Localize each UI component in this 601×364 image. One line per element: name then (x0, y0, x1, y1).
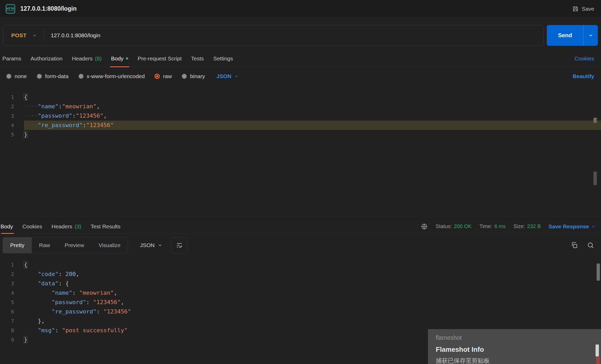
line-number: 5 (0, 298, 14, 307)
body-language-select[interactable]: JSON (217, 73, 239, 79)
view-preview[interactable]: Preview (57, 237, 91, 253)
token-sp (24, 271, 38, 277)
code-text: ····"name":"meowrian", (14, 102, 100, 111)
line-number: 1 (0, 92, 14, 102)
response-view-switcher: Pretty Raw Preview Visualize (3, 237, 128, 253)
response-meta: Status: 200 OK Time: 6 ms Size: 232 B Sa… (421, 219, 596, 234)
tab-tests[interactable]: Tests (186, 50, 208, 67)
request-body-editor[interactable]: 1{2····"name":"meowrian",3····"password"… (0, 92, 601, 219)
code-line: 5 "password": "123456", (0, 298, 601, 307)
code-text: { (14, 92, 27, 102)
overlay-scrollbar[interactable] (596, 344, 599, 356)
copy-icon[interactable] (571, 242, 578, 249)
request-title: 127.0.0.1:8080/login (20, 5, 77, 12)
token-sp (24, 299, 52, 305)
code-line: 1{ (0, 92, 601, 102)
mode-none[interactable]: none (6, 73, 27, 79)
save-response-button[interactable]: Save Response (549, 223, 596, 230)
cookies-link[interactable]: Cookies (574, 50, 594, 67)
save-icon (572, 6, 579, 12)
token-sp (24, 290, 52, 296)
view-pretty[interactable]: Pretty (3, 237, 32, 253)
save-button[interactable]: Save (572, 6, 594, 12)
line-number: 2 (0, 269, 14, 279)
request-editor-lines: 1{2····"name":"meowrian",3····"password"… (0, 92, 601, 139)
line-number: 3 (0, 111, 14, 121)
url-input[interactable]: 127.0.0.1:8080/login (51, 32, 100, 39)
network-globe-icon[interactable] (421, 223, 428, 230)
token-key: "code" (38, 271, 58, 277)
tab-params[interactable]: Params (0, 50, 26, 67)
response-tab-cookies[interactable]: Cookies (18, 219, 47, 234)
token-str: "123456" (86, 122, 114, 128)
url-box: POST 127.0.0.1:8080/login (3, 25, 544, 46)
code-line: 2····"name":"meowrian", (0, 102, 601, 111)
flameshot-app-title: flameshot (436, 334, 601, 341)
code-text: ····"re_password":"123456" (14, 121, 114, 130)
beautify-link[interactable]: Beautify (573, 73, 594, 79)
token-punc: : (83, 122, 86, 128)
token-punc: , (96, 103, 100, 110)
token-key: "data" (38, 280, 58, 287)
response-toolbar: Pretty Raw Preview Visualize JSON (3, 237, 594, 253)
code-text: "name": "meowrian", (14, 288, 117, 298)
mode-raw[interactable]: raw (155, 73, 172, 79)
token-ws: ···· (24, 103, 38, 110)
token-str: "meowrian" (62, 103, 96, 110)
topbar: HTTP 127.0.0.1:8080/login Save (0, 0, 601, 18)
notification-title: Flameshot Info (436, 346, 601, 354)
code-line: 5} (0, 130, 601, 139)
response-tab-test-results[interactable]: Test Results (86, 219, 125, 234)
view-raw[interactable]: Raw (32, 237, 57, 253)
code-line: 6 "re_password": "123456" (0, 307, 601, 316)
token-punc: : (72, 290, 79, 296)
view-visualize[interactable]: Visualize (91, 237, 128, 253)
response-actions (571, 242, 594, 249)
code-text: } (14, 335, 27, 344)
tab-headers[interactable]: Headers (8) (67, 50, 106, 67)
time-value: 6 ms (494, 223, 506, 229)
token-str: "123456" (76, 112, 103, 119)
http-badge-label: HTTP (7, 7, 15, 11)
response-language-select[interactable]: JSON (140, 242, 162, 248)
token-sp (24, 280, 38, 287)
token-str: "meowrian" (79, 290, 114, 296)
token-brace: } (24, 131, 27, 138)
scrollbar-red-mark (596, 357, 600, 364)
line-number: 1 (0, 260, 14, 269)
tab-pre-request-script[interactable]: Pre-request Script (133, 50, 186, 67)
token-punc: }, (38, 318, 45, 324)
method-selector[interactable]: POST (3, 32, 32, 39)
response-editor-scrollbar[interactable] (597, 263, 600, 281)
search-icon[interactable] (587, 242, 594, 249)
response-tabs: Body Cookies Headers (3) Test Results St… (0, 219, 601, 234)
code-text: } (14, 130, 27, 139)
code-line: 2 "code": 200, (0, 269, 601, 279)
code-line: 4····"re_password":"123456" (0, 121, 601, 130)
token-punc: , (114, 290, 117, 296)
token-key: "re_password" (52, 308, 96, 315)
send-options-button[interactable] (583, 25, 598, 46)
wrap-lines-button[interactable] (171, 237, 187, 253)
send-button[interactable]: Send (547, 25, 598, 46)
tab-body[interactable]: Body (106, 50, 133, 67)
request-editor-scrollbar[interactable] (593, 172, 597, 185)
line-number: 8 (0, 326, 14, 335)
chevron-down-icon[interactable] (32, 33, 37, 38)
code-text: "code": 200, (14, 269, 79, 279)
body-mode-row: none form-data x-www-form-urlencoded raw… (0, 69, 601, 83)
token-sp (24, 327, 38, 334)
mode-binary[interactable]: binary (182, 73, 205, 79)
token-key: "password" (52, 299, 86, 305)
token-brace: { (24, 261, 27, 268)
token-sp (24, 318, 38, 324)
tab-authorization[interactable]: Authorization (26, 50, 67, 67)
mode-x-www-form-urlencoded[interactable]: x-www-form-urlencoded (78, 73, 145, 79)
code-text: "password": "123456", (14, 298, 124, 307)
code-line: 7 }, (0, 316, 601, 326)
token-key: "name" (38, 103, 58, 110)
response-tab-body[interactable]: Body (0, 219, 18, 234)
mode-form-data[interactable]: form-data (37, 73, 69, 79)
response-tab-headers[interactable]: Headers (3) (47, 219, 86, 234)
tab-settings[interactable]: Settings (208, 50, 238, 67)
